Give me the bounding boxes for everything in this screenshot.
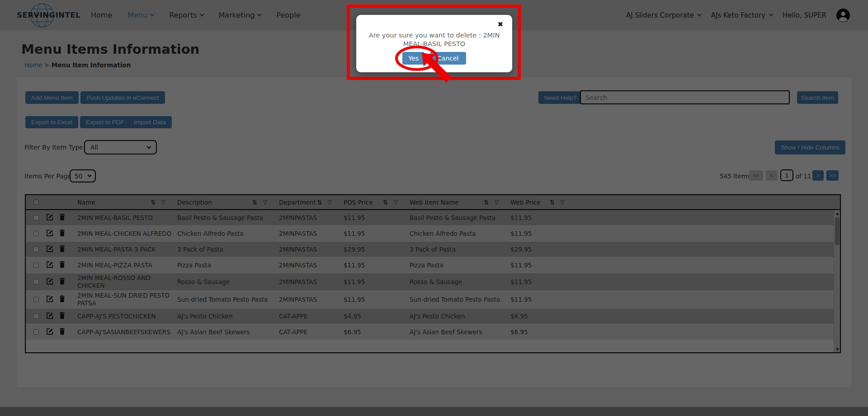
close-icon[interactable]: ✖: [497, 20, 503, 28]
annotation-arrow: [422, 51, 454, 87]
